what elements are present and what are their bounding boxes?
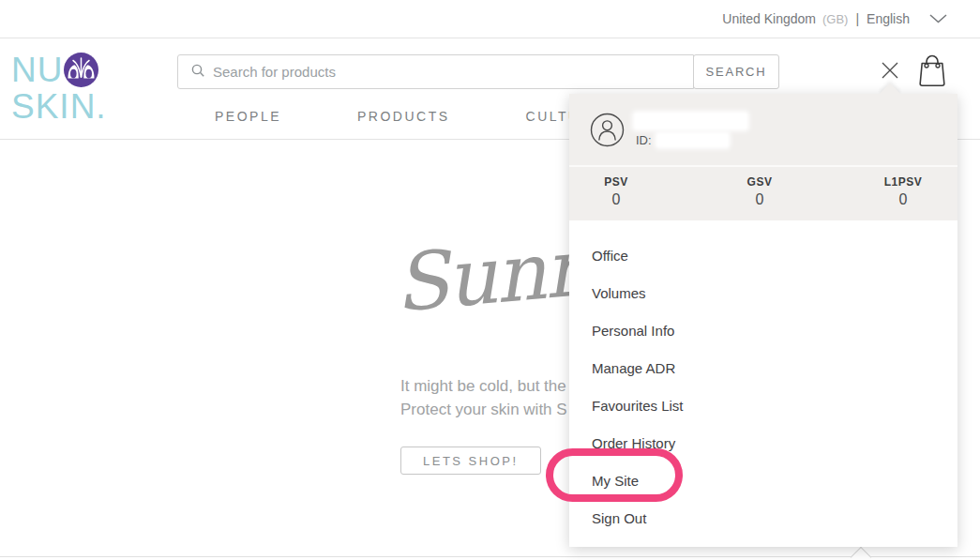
country-code-label: (GB) bbox=[822, 12, 848, 26]
search-button[interactable]: SEARCH bbox=[693, 54, 779, 89]
account-user-section: ID: bbox=[569, 94, 957, 167]
menu-item-personal-info[interactable]: Personal Info bbox=[569, 312, 957, 350]
language-label: English bbox=[867, 11, 910, 26]
close-icon[interactable] bbox=[882, 62, 898, 79]
account-dropdown: ID: PSV 0 GSV 0 L1PSV 0 Office Volumes P… bbox=[569, 94, 957, 547]
locale-selector[interactable]: United Kingdom (GB) | English bbox=[722, 0, 947, 38]
fountain-emblem-icon bbox=[64, 53, 98, 91]
stat-l1psv-label: L1PSV bbox=[877, 175, 929, 189]
redacted-user-id bbox=[656, 133, 729, 147]
stat-l1psv: L1PSV 0 bbox=[877, 175, 929, 220]
nuskin-logo[interactable]: NU SKIN. bbox=[11, 54, 107, 122]
main-nav: PEOPLE PRODUCTS CULTURE bbox=[215, 109, 603, 124]
stat-gsv: GSV 0 bbox=[733, 175, 786, 220]
shopping-bag-icon[interactable] bbox=[916, 53, 948, 92]
stat-psv: PSV 0 bbox=[590, 175, 642, 220]
logo-text-line2: SKIN. bbox=[11, 91, 107, 122]
account-menu-list: Office Volumes Personal Info Manage ADR … bbox=[569, 220, 957, 537]
stat-gsv-value: 0 bbox=[733, 191, 786, 208]
bottom-divider bbox=[0, 556, 980, 557]
bottom-caret bbox=[851, 547, 872, 560]
top-bar: United Kingdom (GB) | English bbox=[0, 0, 980, 38]
locale-separator: | bbox=[855, 11, 859, 26]
menu-item-manage-adr[interactable]: Manage ADR bbox=[569, 350, 957, 387]
lets-shop-button[interactable]: LETS SHOP! bbox=[400, 446, 541, 475]
stat-gsv-label: GSV bbox=[733, 175, 786, 189]
logo-text-line1: NU bbox=[11, 54, 63, 85]
user-avatar-icon bbox=[590, 113, 625, 151]
nav-item-products[interactable]: PRODUCTS bbox=[357, 109, 450, 124]
nav-item-people[interactable]: PEOPLE bbox=[215, 109, 281, 124]
search-box bbox=[177, 54, 694, 89]
country-label: United Kingdom bbox=[722, 11, 816, 26]
hero-description-line2: Protect your skin with S bbox=[400, 398, 567, 421]
stat-l1psv-value: 0 bbox=[877, 191, 929, 208]
stat-psv-value: 0 bbox=[590, 191, 642, 208]
menu-item-volumes[interactable]: Volumes bbox=[569, 275, 957, 312]
user-id-label: ID: bbox=[636, 133, 652, 147]
redacted-user-name bbox=[634, 113, 747, 129]
hero-description: It might be cold, but the Protect your s… bbox=[400, 374, 567, 421]
menu-item-sign-out[interactable]: Sign Out bbox=[569, 500, 957, 537]
chevron-down-icon[interactable] bbox=[929, 14, 947, 23]
search-input[interactable] bbox=[213, 64, 693, 80]
menu-item-my-site[interactable]: My Site bbox=[569, 462, 957, 500]
volume-stats: PSV 0 GSV 0 L1PSV 0 bbox=[569, 167, 957, 220]
hero-description-line1: It might be cold, but the bbox=[400, 374, 567, 398]
menu-item-order-history[interactable]: Order History bbox=[569, 425, 957, 462]
stat-psv-label: PSV bbox=[590, 175, 642, 189]
page: United Kingdom (GB) | English NU bbox=[0, 0, 980, 560]
search-icon bbox=[191, 64, 204, 81]
menu-item-favourites-list[interactable]: Favourites List bbox=[569, 387, 957, 425]
menu-item-office[interactable]: Office bbox=[569, 237, 957, 275]
